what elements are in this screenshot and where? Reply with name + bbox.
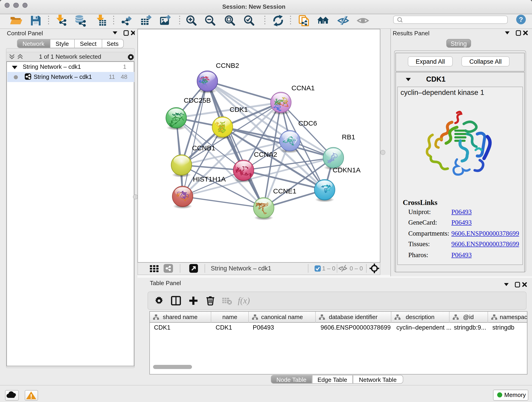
svg-text:CDK1: CDK1	[230, 106, 248, 113]
svg-text:HIST1H1A: HIST1H1A	[193, 175, 226, 183]
svg-text:CCNA2: CCNA2	[254, 151, 277, 158]
svg-text:CCNB2: CCNB2	[216, 62, 239, 69]
svg-text:RB1: RB1	[342, 133, 355, 141]
svg-text:CDC25B: CDC25B	[184, 96, 211, 104]
svg-text:?: ?	[519, 16, 523, 23]
svg-text:CDC6: CDC6	[298, 119, 317, 127]
svg-text:CCNB1: CCNB1	[192, 144, 215, 152]
svg-text:CCNE1: CCNE1	[273, 187, 297, 195]
svg-text:CCNA1: CCNA1	[291, 84, 315, 92]
svg-text:CDKN1A: CDKN1A	[333, 166, 361, 174]
svg-text:f(x): f(x)	[238, 295, 250, 305]
